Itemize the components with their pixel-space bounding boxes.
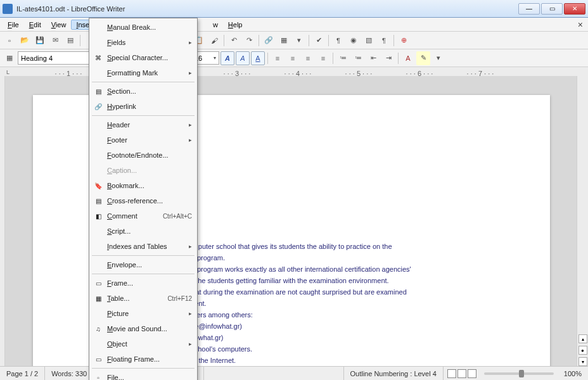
status-words[interactable]: Words: 330	[45, 367, 94, 380]
more-icon[interactable]: ▾	[292, 34, 306, 48]
menu-file[interactable]: File	[3, 20, 24, 30]
open-icon[interactable]: 📂	[18, 34, 32, 48]
insert-menu-indexes-and-tables[interactable]: Indexes and Tables	[89, 239, 197, 254]
insert-menu-fields[interactable]: Fields	[89, 35, 197, 50]
document-line: computer school that gives its students …	[185, 241, 499, 252]
insert-menu-bookmark-[interactable]: 🔖Bookmark...	[89, 178, 197, 193]
document-line: ame@infowhat.gr)	[185, 320, 499, 332]
underline-icon[interactable]: A	[251, 51, 265, 65]
bold-icon[interactable]: A	[220, 51, 234, 65]
insert-menu-formatting-mark[interactable]: Formatting Mark	[89, 65, 197, 80]
insert-menu-envelope-[interactable]: Envelope...	[89, 257, 197, 272]
align-right-icon[interactable]: ≡	[301, 51, 315, 65]
next-page-button[interactable]: ▾	[578, 357, 587, 366]
status-page[interactable]: Page 1 / 2	[0, 367, 45, 380]
insert-menu-object[interactable]: Object	[89, 336, 197, 352]
menu-item-icon: ▦	[93, 293, 103, 303]
nonprinting2-icon[interactable]: ¶	[377, 34, 391, 48]
status-zoom[interactable]: 100%	[558, 367, 588, 380]
insert-menu-footnote-endnote-[interactable]: Footnote/Endnote...	[89, 148, 197, 163]
menu-item-label: Floating Frame...	[107, 355, 160, 363]
insert-menu-hyperlink[interactable]: 🔗Hyperlink	[89, 99, 197, 114]
increase-indent-icon[interactable]: ⇥	[381, 51, 395, 65]
insert-menu-caption-: Caption...	[89, 163, 197, 178]
menu-item-label: Table...	[107, 294, 129, 302]
menu-item-label: Picture	[107, 310, 129, 317]
insert-menu-table-[interactable]: ▦Table...Ctrl+F12	[89, 291, 197, 306]
save-icon[interactable]: 💾	[33, 34, 47, 48]
insert-menu-frame-[interactable]: ▭Frame...	[89, 276, 197, 291]
scroll-nav: ▴ ● ▾	[577, 76, 588, 366]
menu-item-label: Header	[107, 121, 130, 129]
prev-page-button[interactable]: ▴	[578, 334, 587, 343]
numbered-list-icon[interactable]: ≔	[336, 51, 350, 65]
insert-menu-header[interactable]: Header	[89, 117, 197, 132]
highlight-icon[interactable]: ✎	[416, 51, 430, 65]
new-doc-icon[interactable]: ▫	[3, 34, 16, 48]
insert-menu-file-[interactable]: ▫File...	[89, 370, 197, 380]
menu-item-icon: 🔗	[93, 101, 103, 111]
close-button[interactable]: ✕	[564, 3, 585, 15]
format-paintbrush-icon[interactable]: 🖌	[207, 34, 221, 48]
menu-view[interactable]: View	[46, 20, 72, 30]
insert-menu-manual-break-[interactable]: Manual Break...	[89, 20, 197, 35]
hyperlink-icon[interactable]: 🔗	[262, 34, 276, 48]
undo-icon[interactable]: ↶	[227, 34, 241, 48]
menu-item-label: Manual Break...	[107, 23, 156, 31]
nonprinting-icon[interactable]: ¶	[331, 34, 345, 48]
insert-menu-section-[interactable]: ▤Section...	[89, 84, 197, 99]
minimize-button[interactable]: —	[518, 3, 540, 15]
help-icon[interactable]: ⊕	[397, 34, 411, 48]
status-outline[interactable]: Outline Numbering : Level 4	[344, 367, 444, 380]
spellcheck-icon[interactable]: ✔	[312, 34, 326, 48]
font-color-icon[interactable]: A	[401, 51, 415, 65]
view-single-icon[interactable]	[447, 369, 456, 378]
zoom-slider[interactable]	[484, 372, 554, 375]
decrease-indent-icon[interactable]: ⇤	[366, 51, 380, 65]
document-line: are program.	[185, 252, 499, 263]
table-icon[interactable]: ▦	[277, 34, 291, 48]
redo-icon[interactable]: ↷	[242, 34, 256, 48]
background-icon[interactable]: ▾	[431, 51, 445, 65]
menu-window[interactable]: w	[208, 20, 223, 30]
document-line: I offers among others:	[185, 309, 499, 320]
menu-item-label: Formatting Mark	[107, 69, 158, 77]
align-justify-icon[interactable]: ≡	[316, 51, 330, 65]
menu-item-icon: ▭	[93, 278, 103, 288]
insert-menu-comment[interactable]: ◧CommentCtrl+Alt+C	[89, 208, 197, 224]
vertical-ruler[interactable]	[0, 76, 5, 366]
menu-help[interactable]: Help	[223, 20, 248, 30]
titlebar: IL-ates4101.odt - LibreOffice Writer — ▭…	[0, 0, 588, 18]
menu-item-label: Footer	[107, 136, 127, 144]
styles-icon[interactable]: ▦	[3, 51, 16, 65]
nav-ball-button[interactable]: ●	[578, 346, 587, 355]
insert-menu-floating-frame-[interactable]: ▭Floating Frame...	[89, 352, 197, 367]
status-insert-mode[interactable]	[204, 367, 344, 380]
maximize-button[interactable]: ▭	[541, 3, 563, 15]
navigator-icon[interactable]: ◉	[347, 34, 361, 48]
italic-icon[interactable]: A	[236, 51, 250, 65]
insert-menu-cross-reference-[interactable]: ▤Cross-reference...	[89, 193, 197, 208]
paragraph-style-dropdown[interactable]: Heading 4	[18, 51, 100, 65]
document-close-button[interactable]: ×	[578, 20, 583, 30]
view-multi-icon[interactable]	[457, 369, 466, 378]
insert-menu-movie-and-sound-[interactable]: ♫Movie and Sound...	[89, 321, 197, 336]
menu-item-icon: ▤	[93, 86, 103, 96]
menu-item-label: Hyperlink	[107, 103, 136, 110]
menu-item-icon: ⌘	[93, 53, 103, 63]
align-left-icon[interactable]: ≡	[271, 51, 284, 65]
insert-menu-special-character-[interactable]: ⌘Special Character...	[89, 50, 197, 65]
align-center-icon[interactable]: ≡	[286, 51, 300, 65]
email-icon[interactable]: ✉	[48, 34, 62, 48]
pdf-icon[interactable]: ▤	[63, 34, 77, 48]
insert-menu-picture[interactable]: Picture	[89, 306, 197, 321]
menu-item-icon: ▭	[93, 354, 103, 364]
view-book-icon[interactable]	[468, 369, 476, 378]
menu-edit[interactable]: Edit	[24, 20, 46, 30]
bullet-list-icon[interactable]: ≔	[351, 51, 365, 65]
insert-menu-footer[interactable]: Footer	[89, 132, 197, 148]
gallery-icon[interactable]: ▧	[362, 34, 376, 48]
document-line: What during the examination are not caug…	[185, 286, 499, 298]
insert-menu-script-[interactable]: Script...	[89, 224, 197, 239]
menu-item-icon: ▤	[93, 196, 103, 206]
